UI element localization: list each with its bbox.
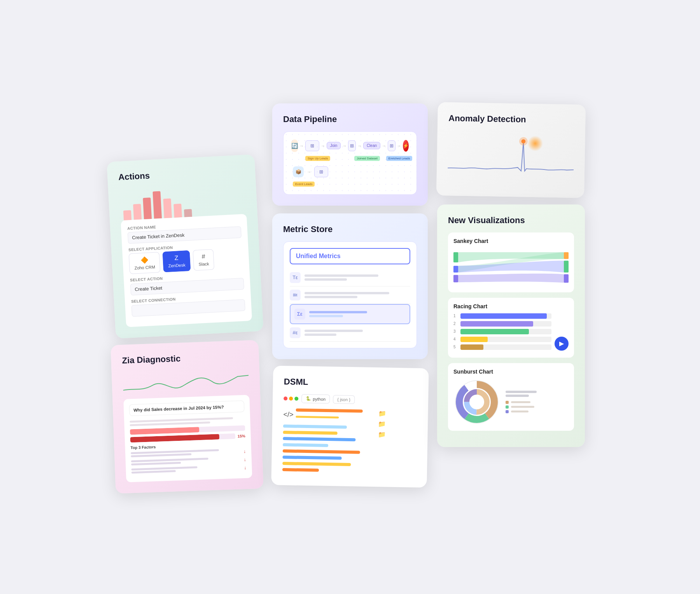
arrow-6: → [397,143,401,148]
racing-play-button[interactable]: ▶ [555,337,569,351]
zia-sparkline-area [122,368,249,396]
legend-item-3 [506,410,537,413]
zia-inner-panel: Why did Sales decrease in Jul 2024 by 15… [123,395,252,482]
anomaly-detection-card: Anomaly Detection [436,102,586,198]
svg-rect-0 [453,252,458,262]
sunburst-svg [453,379,500,425]
bar-6 [173,203,182,217]
svg-point-13 [470,395,484,409]
zia-factor-2-line-2 [131,461,181,465]
metric-row-2: ⊞ε [290,287,410,304]
racing-fill-5 [460,344,483,350]
python-tab[interactable]: 🐍 python [301,394,330,403]
racing-fill-4 [460,337,488,342]
dsml-cl-8 [282,468,319,472]
bar-2 [133,204,142,220]
bar-7 [184,209,192,217]
spike-glow [519,137,528,145]
zia-placeholder-lines [130,417,245,426]
racing-num-4: 4 [453,337,458,341]
middle-column: Data Pipeline 🔄 → ⊞ → Join [272,103,428,486]
app-icons-group: 🔶 Zoho CRM Z ZenDesk # Slack [129,247,243,274]
branch-db-box: ⊞ [314,166,328,177]
racing-num-2: 2 [453,321,458,326]
zia-line-1 [130,417,233,423]
branch-dropbox-icon: 📦 [293,166,304,177]
join-label: Join [327,142,341,149]
zia-bar-track-1 [130,425,245,434]
racing-num-5: 5 [453,345,458,349]
dsml-cl-4 [283,443,328,447]
data-pipeline-card: Data Pipeline 🔄 → ⊞ → Join [272,103,428,206]
dsml-files-panel: 📁 📁 📁 [377,410,417,477]
pipeline-branch-row: 📦 → ⊞ [293,166,409,177]
dsml-title: DSML [284,377,418,389]
pipeline-db2-box: ⊞ [348,140,356,151]
anomaly-glow-effect [527,135,543,151]
metric-row-4: #ε [290,324,410,342]
new-viz-title: New Visualizations [448,215,574,225]
metric-lines-4 [304,330,410,336]
tag-joined-dataset: Joined Dataset [354,156,380,161]
zia-bar-row-2: 15% [130,433,245,442]
metric-row-1: Tε [290,269,410,287]
sunburst-container [453,379,569,425]
dot-green [294,396,298,400]
racing-num-1: 1 [453,314,458,318]
pipeline-source-icon: 🔄 [291,140,298,152]
racing-bars-column: 1 2 3 [453,313,551,352]
zia-bar-row-1 [130,425,245,434]
clean-label: Clean [363,142,380,149]
dsml-file-1: 📁 [378,410,417,418]
legend-dot-1 [506,401,509,404]
pipeline-db3-box: ⊞ [388,140,396,151]
metric-lines-2 [304,292,410,298]
slack-btn[interactable]: # Slack [193,249,215,271]
legend-text-3 [511,411,528,412]
racing-fill-3 [460,329,529,334]
zia-factor-1-line-1 [131,449,219,454]
racing-title: Racing Chart [453,303,569,309]
metric-line-1a [304,274,378,277]
zendesk-btn[interactable]: Z ZenDesk [163,250,191,272]
right-column: Anomaly Detection [437,103,585,447]
metric-store-inner: Unified Metrics Tε ⊞ε Σε [283,241,417,348]
legend-text-2 [511,406,534,408]
metric-row-3-highlighted: Σε [290,304,410,324]
legend-dot-2 [506,405,509,409]
json-tab[interactable]: { json } [333,395,355,404]
dsml-tag-lines [296,408,374,422]
arrow-1: → [299,143,304,148]
metric-line-4a [304,330,363,332]
actions-title: Actions [118,166,245,182]
arrow-2: → [321,143,325,148]
dsml-card: DSML 🐍 python { json } [271,365,429,487]
zia-arrow-3: ↓ [244,465,246,470]
metric-icon-2: ⊞ε [290,290,301,300]
metric-icon-1: Tε [290,272,301,283]
sunburst-title: Sunburst Chart [453,369,569,375]
pipeline-inner-wrap: 🔄 → ⊞ → Join → ⊞ → Clean [283,131,417,195]
actions-form: Action Name Create Ticket in ZenDesk Sel… [121,214,252,327]
dsml-file-2: 📁 [378,420,417,428]
zoho-crm-btn[interactable]: 🔶 Zoho CRM [129,252,161,274]
pipeline-main-flow: 🔄 → ⊞ → Join → ⊞ → Clean [291,140,409,152]
pipeline-inner: 🔄 → ⊞ → Join → ⊞ → Clean [283,131,417,195]
dot-yellow [289,396,293,400]
pipeline-db1-box: ⊞ [305,140,319,151]
dsml-cl-1 [283,424,347,428]
bar-5 [163,198,172,218]
sunburst-line-1 [506,391,537,393]
arrow-4: → [357,143,362,148]
dsml-file-3: 📁 [378,431,416,439]
racing-content: 1 2 3 [453,313,569,352]
legend-dot-3 [506,410,509,413]
tag-event-leads: Event Leads [293,182,315,187]
dsml-cl-7 [282,461,351,466]
zoho-icon: 🔶 [140,256,149,264]
sunburst-top-lines [506,391,537,397]
dsml-cl-3 [283,437,355,441]
zia-factor-3-line-1 [131,466,198,470]
pipeline-node-db1: ⊞ [305,140,319,151]
unified-metrics-highlight[interactable]: Unified Metrics [290,248,410,264]
